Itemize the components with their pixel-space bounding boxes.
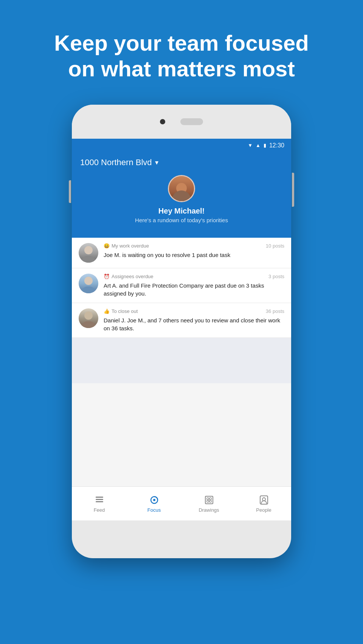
app-header: 1000 Northern Blvd ▾ Hey Michael! Here's… [72, 152, 291, 238]
nav-item-focus[interactable]: Focus [127, 487, 182, 520]
speaker-icon [180, 118, 203, 125]
svg-rect-9 [207, 500, 209, 502]
emoji-2: ⏰ [104, 274, 110, 279]
people-nav-label: People [256, 507, 271, 513]
feed-posts-3: 36 posts [266, 308, 284, 314]
people-icon [258, 494, 270, 506]
avatar-img-2 [79, 274, 98, 293]
feed-content-2: ⏰ Assignees overdue 3 posts Art A. and F… [104, 274, 284, 297]
feed-content-3: 👍 To close out 36 posts Daniel J. Joe M.… [104, 308, 284, 332]
emoji-3: 👍 [104, 308, 110, 314]
hero-line2: on what matters most [68, 56, 295, 81]
hero-line1: Keep your team focused [54, 31, 309, 55]
nav-item-people[interactable]: People [236, 487, 291, 520]
feed-posts-2: 3 posts [268, 274, 284, 279]
signal-icon: ▲ [256, 142, 261, 148]
status-bar: ▼ ▲ ▮ 12:30 [72, 139, 291, 152]
feed-body-1: Joe M. is waiting on you to resolve 1 pa… [104, 251, 284, 259]
feed-meta-1: 😀 My work overdue 10 posts [104, 243, 284, 249]
focus-icon [149, 494, 160, 506]
location-text: 1000 Northern Blvd [80, 158, 152, 167]
feed-meta-2: ⏰ Assignees overdue 3 posts [104, 274, 284, 279]
feed-nav-label: Feed [94, 507, 105, 513]
location-row[interactable]: 1000 Northern Blvd ▾ [80, 158, 283, 167]
svg-point-12 [262, 498, 265, 501]
drawings-nav-label: Drawings [199, 507, 219, 513]
feed-category-2: ⏰ Assignees overdue [104, 274, 154, 279]
phone-shell: ▼ ▲ ▮ 12:30 1000 Northern Blvd ▾ Hey Mic… [72, 105, 291, 558]
drawings-icon [203, 494, 215, 506]
phone-bezel-bottom [72, 520, 291, 554]
phone-screen: ▼ ▲ ▮ 12:30 1000 Northern Blvd ▾ Hey Mic… [72, 139, 291, 520]
feed-avatar-1 [79, 243, 98, 263]
bottom-nav: Feed Focus [72, 486, 291, 520]
feed-body-2: Art A. and Full Fire Protection Company … [104, 282, 284, 297]
phone-mockup: ▼ ▲ ▮ 12:30 1000 Northern Blvd ▾ Hey Mic… [72, 105, 291, 558]
front-camera-icon [160, 119, 165, 124]
subgreeting-text: Here's a rundown of today's priorities [135, 217, 228, 223]
feed-item-closeout[interactable]: 👍 To close out 36 posts Daniel J. Joe M.… [72, 303, 291, 338]
feed-empty-area [72, 338, 291, 383]
feed-content-1: 😀 My work overdue 10 posts Joe M. is wai… [104, 243, 284, 263]
greeting-text: Hey Michael! [158, 207, 205, 215]
power-button [292, 173, 294, 207]
category-label-2: Assignees overdue [112, 274, 154, 279]
user-hero: Hey Michael! Here's a rundown of today's… [80, 175, 283, 227]
svg-rect-3 [96, 497, 98, 498]
focus-nav-label: Focus [147, 507, 161, 513]
feed-meta-3: 👍 To close out 36 posts [104, 308, 284, 314]
feed-posts-1: 10 posts [266, 243, 284, 249]
feed-item-assignees[interactable]: ⏰ Assignees overdue 3 posts Art A. and F… [72, 268, 291, 303]
avatar-img-1 [79, 243, 98, 263]
svg-point-5 [153, 499, 155, 501]
wifi-icon: ▼ [248, 142, 253, 148]
svg-rect-1 [96, 499, 103, 500]
category-label-3: To close out [112, 308, 138, 314]
feed-icon [94, 494, 105, 506]
avatar-img-3 [79, 308, 98, 328]
emoji-1: 😀 [104, 243, 110, 249]
phone-bezel-top [72, 105, 291, 139]
feed-avatar-2 [79, 274, 98, 293]
feed-category-3: 👍 To close out [104, 308, 138, 314]
status-time: 12:30 [269, 142, 284, 149]
svg-rect-6 [205, 496, 213, 504]
user-avatar [168, 175, 195, 202]
avatar-face [169, 176, 194, 201]
chevron-down-icon: ▾ [155, 158, 158, 167]
feed-category-1: 😀 My work overdue [104, 243, 149, 249]
battery-icon: ▮ [264, 142, 266, 148]
svg-rect-7 [207, 498, 209, 500]
category-label-1: My work overdue [112, 243, 149, 249]
feed-body-3: Daniel J. Joe M., and 7 others need you … [104, 316, 284, 332]
svg-rect-10 [209, 500, 211, 502]
svg-rect-2 [96, 501, 103, 502]
nav-item-feed[interactable]: Feed [72, 487, 127, 520]
feed-item-overdue[interactable]: 😀 My work overdue 10 posts Joe M. is wai… [72, 238, 291, 268]
nav-item-drawings[interactable]: Drawings [182, 487, 236, 520]
feed-list: 😀 My work overdue 10 posts Joe M. is wai… [72, 238, 291, 486]
svg-rect-8 [209, 498, 211, 500]
volume-button [69, 180, 71, 203]
feed-avatar-3 [79, 308, 98, 328]
hero-title: Keep your team focused on what matters m… [54, 30, 309, 82]
